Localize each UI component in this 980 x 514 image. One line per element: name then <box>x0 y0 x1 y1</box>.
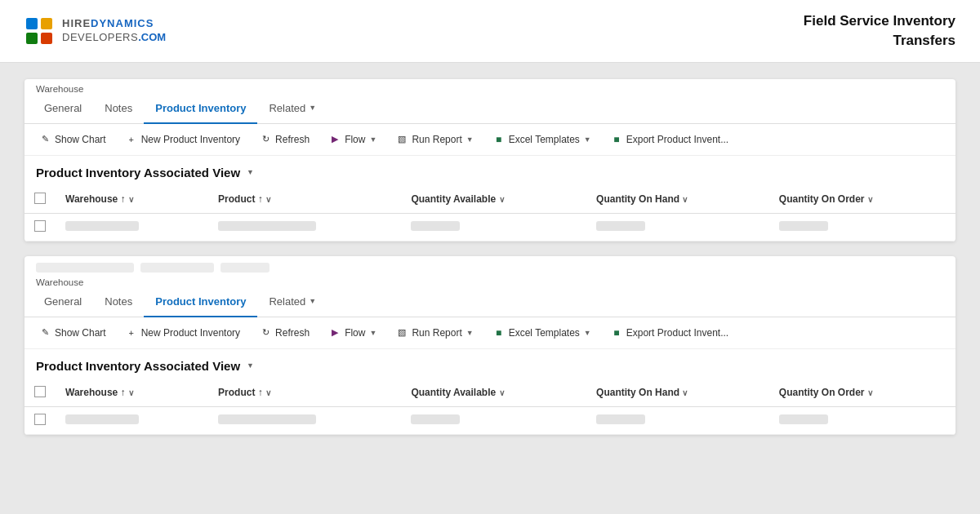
flow-chevron-icon-1: ▼ <box>369 135 376 144</box>
panel2-breadcrumb: Warehouse <box>24 273 956 287</box>
logo-area: HIREDYNAMICS DEVELOPERS.COM <box>24 16 166 46</box>
select-all-checkbox-2[interactable] <box>34 386 46 397</box>
logo-icon <box>24 16 54 46</box>
col-warehouse-1[interactable]: Warehouse ↑ ∨ <box>56 186 208 214</box>
cell-qty-available-2 <box>401 406 586 434</box>
report-icon-2: ▧ <box>396 327 408 339</box>
excel-templates-btn-1[interactable]: ■ Excel Templates ▼ <box>488 131 596 148</box>
panel-1: Warehouse General Notes Product Inventor… <box>24 79 956 241</box>
panel2-redacted-label-3 <box>220 263 270 273</box>
view-title-chevron-2[interactable]: ▼ <box>247 361 254 370</box>
new-product-inventory-btn-2[interactable]: + New Product Inventory <box>121 324 245 342</box>
logo-dotcom: .COM <box>138 31 166 43</box>
panel2-redacted-label-1 <box>36 263 134 273</box>
main-content: Warehouse General Notes Product Inventor… <box>0 63 980 514</box>
tab-notes-2[interactable]: Notes <box>93 287 144 317</box>
show-chart-btn-2[interactable]: ✎ Show Chart <box>34 324 111 342</box>
row-checkbox-cell-2 <box>24 406 56 434</box>
svg-rect-1 <box>41 18 52 29</box>
col-product-1[interactable]: Product ↑ ∨ <box>208 186 401 214</box>
col-qty-on-order-2[interactable]: Quantity On Order ∨ <box>769 379 956 407</box>
tab-related-2[interactable]: Related ▼ <box>257 287 327 317</box>
col-qty-on-order-1[interactable]: Quantity On Order ∨ <box>769 186 956 214</box>
col-warehouse-2[interactable]: Warehouse ↑ ∨ <box>56 379 208 407</box>
table-header-row-1: Warehouse ↑ ∨ Product ↑ ∨ Quantity Avail… <box>24 186 956 214</box>
tab-product-inventory-1[interactable]: Product Inventory <box>144 94 257 124</box>
panel2-view-header: Product Inventory Associated View ▼ <box>24 349 956 379</box>
refresh-btn-1[interactable]: ↻ Refresh <box>255 131 314 148</box>
export-icon-1: ■ <box>611 134 622 145</box>
view-title-chevron-1[interactable]: ▼ <box>247 168 254 176</box>
refresh-icon-2: ↻ <box>260 327 271 339</box>
flow-chevron-icon-2: ▼ <box>369 329 376 337</box>
app-header: HIREDYNAMICS DEVELOPERS.COM Field Servic… <box>0 0 980 63</box>
report-icon-1: ▧ <box>396 134 408 145</box>
excel-icon-1: ■ <box>493 134 505 145</box>
logo-hire: HIRE <box>62 17 91 29</box>
cell-warehouse-1 <box>56 213 208 241</box>
tab-related-1[interactable]: Related ▼ <box>257 94 327 124</box>
chart-icon-2: ✎ <box>39 327 51 339</box>
chart-icon-1: ✎ <box>39 134 51 145</box>
logo-developers: DEVELOPERS <box>62 31 138 43</box>
plus-icon-2: + <box>126 327 137 339</box>
cell-product-1 <box>208 213 401 241</box>
flow-btn-2[interactable]: ▶ Flow ▼ <box>324 324 381 342</box>
export-btn-1[interactable]: ■ Export Product Invent... <box>606 131 733 148</box>
tab-product-inventory-2[interactable]: Product Inventory <box>144 287 257 317</box>
panel2-top-labels <box>24 256 956 273</box>
excel-icon-2: ■ <box>493 327 505 339</box>
col-qty-on-hand-1[interactable]: Quantity On Hand ∨ <box>586 186 769 214</box>
panel2-view-title: Product Inventory Associated View <box>36 359 240 373</box>
row-checkbox-cell-1 <box>24 213 56 241</box>
svg-rect-3 <box>41 33 52 44</box>
cell-qty-on-order-2 <box>769 406 956 434</box>
plus-icon-1: + <box>126 134 137 145</box>
related-chevron-icon-2: ▼ <box>309 297 316 305</box>
logo-dynamics: DYNAMICS <box>91 17 154 29</box>
col-checkbox-1 <box>24 186 56 214</box>
cell-product-2 <box>208 406 401 434</box>
panel1-table: Warehouse ↑ ∨ Product ↑ ∨ Quantity Avail… <box>24 186 956 241</box>
report-chevron-icon-2: ▼ <box>466 329 474 337</box>
tab-notes-1[interactable]: Notes <box>93 94 144 124</box>
cell-qty-on-hand-1 <box>586 213 769 241</box>
new-product-inventory-btn-1[interactable]: + New Product Inventory <box>121 131 245 148</box>
report-chevron-icon-1: ▼ <box>466 135 474 144</box>
row-checkbox-1[interactable] <box>34 220 46 232</box>
show-chart-btn-1[interactable]: ✎ Show Chart <box>34 131 111 148</box>
excel-chevron-icon-1: ▼ <box>584 135 591 144</box>
page-title: Field Service Inventory Transfers <box>804 11 956 51</box>
cell-qty-available-1 <box>401 213 586 241</box>
col-checkbox-2 <box>24 379 56 407</box>
col-qty-on-hand-2[interactable]: Quantity On Hand ∨ <box>586 379 769 407</box>
cell-qty-on-order-1 <box>769 213 956 241</box>
related-chevron-icon-1: ▼ <box>309 104 316 112</box>
panel2-tabs: General Notes Product Inventory Related … <box>24 287 956 317</box>
flow-btn-1[interactable]: ▶ Flow ▼ <box>324 131 381 148</box>
export-btn-2[interactable]: ■ Export Product Invent... <box>606 324 733 342</box>
col-qty-available-2[interactable]: Quantity Available ∨ <box>401 379 586 407</box>
select-all-checkbox-1[interactable] <box>34 193 46 204</box>
panel1-toolbar: ✎ Show Chart + New Product Inventory ↻ R… <box>24 124 956 156</box>
run-report-btn-1[interactable]: ▧ Run Report ▼ <box>391 131 478 148</box>
tab-general-1[interactable]: General <box>33 94 93 124</box>
panel1-view-title: Product Inventory Associated View <box>36 166 240 179</box>
logo-text: HIREDYNAMICS DEVELOPERS.COM <box>62 17 166 45</box>
svg-rect-0 <box>26 18 38 29</box>
panel1-breadcrumb: Warehouse <box>24 79 956 94</box>
panel-2: Warehouse General Notes Product Inventor… <box>24 256 956 435</box>
row-checkbox-2[interactable] <box>34 414 46 425</box>
col-qty-available-1[interactable]: Quantity Available ∨ <box>401 186 586 214</box>
run-report-btn-2[interactable]: ▧ Run Report ▼ <box>391 324 478 342</box>
svg-rect-2 <box>26 33 38 44</box>
flow-icon-2: ▶ <box>329 327 341 339</box>
col-product-2[interactable]: Product ↑ ∨ <box>208 379 401 407</box>
table-header-row-2: Warehouse ↑ ∨ Product ↑ ∨ Quantity Avail… <box>24 379 956 407</box>
tab-general-2[interactable]: General <box>33 287 93 317</box>
excel-templates-btn-2[interactable]: ■ Excel Templates ▼ <box>488 324 596 342</box>
table-row <box>24 406 956 434</box>
panel2-table: Warehouse ↑ ∨ Product ↑ ∨ Quantity Avail… <box>24 379 956 435</box>
table-row <box>24 213 956 241</box>
refresh-btn-2[interactable]: ↻ Refresh <box>255 324 314 342</box>
